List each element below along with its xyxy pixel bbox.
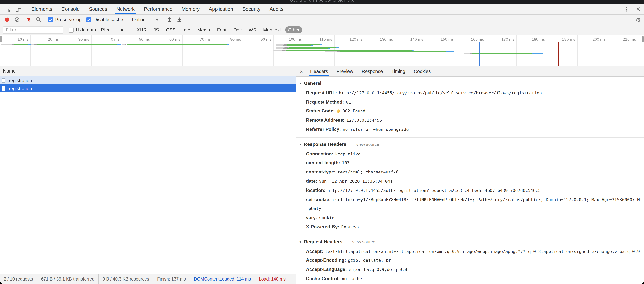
timeline-gridline xyxy=(516,35,517,66)
waterfall-bar-segment xyxy=(12,44,14,45)
disable-cache-label[interactable]: Disable cache xyxy=(94,17,123,22)
name-column-header[interactable]: Name xyxy=(0,66,296,76)
document-icon xyxy=(2,78,5,83)
timeline-tick-label: 170 ms xyxy=(502,37,514,42)
header-value: no-referrer-when-downgrade xyxy=(343,127,409,132)
close-devtools-icon[interactable] xyxy=(632,4,644,14)
domcontentloaded-line xyxy=(479,42,480,66)
timeline-gridline xyxy=(152,35,152,66)
devtools-tab-performance[interactable]: Performance xyxy=(143,4,173,14)
header-value: Express xyxy=(341,224,359,229)
details-tab-headers[interactable]: Headers xyxy=(310,66,329,76)
hide-data-urls-label[interactable]: Hide data URLs xyxy=(76,27,109,33)
section-title: Response Headers xyxy=(304,140,346,149)
devtools-tab-application[interactable]: Application xyxy=(208,4,234,14)
summary-item: 2 / 10 requests xyxy=(0,274,37,284)
header-line: Status Code:302 Found xyxy=(296,107,644,116)
filter-type-media[interactable]: Media xyxy=(194,27,213,33)
details-tab-cookies[interactable]: Cookies xyxy=(413,66,432,76)
filter-input[interactable] xyxy=(3,26,63,34)
hide-data-urls-checkbox[interactable] xyxy=(68,28,74,33)
page-background-banner: Use the form below to sign up. xyxy=(0,0,644,4)
request-row[interactable]: registration xyxy=(0,76,296,84)
timeline-tick-label: 100 ms xyxy=(289,37,302,42)
header-line: content-type:text/html; charset=utf-8 xyxy=(296,167,644,177)
search-icon[interactable] xyxy=(34,15,44,25)
waterfall-bar-segment xyxy=(284,44,287,45)
preserve-log-label[interactable]: Preserve log xyxy=(55,17,82,22)
devtools-tab-elements[interactable]: Elements xyxy=(31,4,53,14)
header-value: keep-alive xyxy=(335,151,360,156)
timeline-gridline xyxy=(608,35,608,66)
settings-gear-icon[interactable]: ⚙ xyxy=(636,17,641,23)
section-header[interactable]: ▼Request Headersview source xyxy=(296,238,644,247)
details-tabbar: × HeadersPreviewResponseTimingCookies xyxy=(296,66,644,77)
import-har-icon[interactable] xyxy=(164,15,174,25)
overview-scrollbar-thumb[interactable] xyxy=(642,36,644,42)
details-tab-timing[interactable]: Timing xyxy=(390,66,406,76)
filter-type-ws[interactable]: WS xyxy=(246,27,259,33)
filter-type-manifest[interactable]: Manifest xyxy=(260,27,284,33)
timeline-overview[interactable]: 10 ms20 ms30 ms40 ms50 ms60 ms70 ms80 ms… xyxy=(0,35,644,66)
filter-type-all[interactable]: All xyxy=(118,27,128,33)
chevron-down-icon xyxy=(156,19,159,21)
header-value: GET xyxy=(346,100,354,105)
preserve-log-checkbox[interactable] xyxy=(48,17,53,22)
waterfall-bar-segment xyxy=(1,44,12,45)
header-value: no-cache xyxy=(342,276,362,281)
devtools-tab-security[interactable]: Security xyxy=(242,4,261,14)
devtools-tab-console[interactable]: Console xyxy=(60,4,80,14)
disclosure-triangle-icon: ▼ xyxy=(299,79,302,88)
network-split-view: Name registrationregistration 2 / 10 req… xyxy=(0,66,644,284)
devtools-tab-network[interactable]: Network xyxy=(116,4,135,14)
header-line: Request URL:http://127.0.0.1:4455/.ory/k… xyxy=(296,88,644,98)
timeline-gridline xyxy=(456,35,456,66)
header-value: Sun, 12 Apr 2020 11:35:34 GMT xyxy=(319,179,393,184)
header-line: Accept-Encoding:gzip, deflate, br xyxy=(296,256,644,265)
view-source-link[interactable]: view source xyxy=(356,140,379,149)
kebab-menu-icon[interactable] xyxy=(621,4,632,14)
details-tab-preview[interactable]: Preview xyxy=(336,66,354,76)
section-header[interactable]: ▼General xyxy=(296,79,644,88)
network-toolbar: Preserve log Disable cache Online xyxy=(0,15,644,25)
filter-type-other[interactable]: Other xyxy=(285,27,302,33)
filter-type-xhr[interactable]: XHR xyxy=(134,27,149,33)
throttling-value: Online xyxy=(132,17,146,22)
header-line: vary:Cookie xyxy=(296,213,644,222)
filter-type-separator xyxy=(131,27,131,33)
summary-item: 0 B / 40.3 KB resources xyxy=(98,274,153,284)
summary-item: DOMContentLoaded: 114 ms xyxy=(190,274,254,284)
overview-left-handle[interactable] xyxy=(0,36,2,42)
header-value: 302 Found xyxy=(342,109,365,114)
load-line xyxy=(558,42,558,66)
filter-type-js[interactable]: JS xyxy=(151,27,162,33)
devtools-tab-audits[interactable]: Audits xyxy=(269,4,284,14)
throttling-select[interactable]: Online xyxy=(132,17,159,22)
details-close-icon[interactable]: × xyxy=(297,66,306,76)
view-source-link[interactable]: view source xyxy=(352,238,375,246)
document-icon xyxy=(2,86,5,91)
filter-type-font[interactable]: Font xyxy=(214,27,229,33)
filter-funnel-icon[interactable] xyxy=(24,15,34,25)
timeline-tick-label: 40 ms xyxy=(109,37,120,42)
waterfall-bar-segment xyxy=(282,48,287,49)
clear-icon[interactable] xyxy=(12,15,22,25)
header-line: Cache-Control:no-cache xyxy=(296,274,644,283)
devtools-tab-sources[interactable]: Sources xyxy=(88,4,108,14)
record-icon[interactable] xyxy=(2,15,12,25)
filter-type-css[interactable]: CSS xyxy=(163,27,178,33)
device-toolbar-icon[interactable] xyxy=(14,4,24,14)
export-har-icon[interactable] xyxy=(174,15,184,25)
details-tab-response[interactable]: Response xyxy=(361,66,384,76)
devtools-tab-memory[interactable]: Memory xyxy=(181,4,200,14)
filter-type-doc[interactable]: Doc xyxy=(230,27,244,33)
status-yellow-dot-icon xyxy=(337,109,340,113)
filter-type-img[interactable]: Img xyxy=(180,27,193,33)
header-value: csrf_token=y1//BqpRxuFY8Hw418/I27IJNRiBN… xyxy=(306,197,642,211)
header-line: location:http://127.0.0.1:4455/auth/regi… xyxy=(296,186,644,195)
disable-cache-checkbox[interactable] xyxy=(86,17,91,22)
request-row[interactable]: registration xyxy=(0,84,296,93)
tabbar-separator xyxy=(26,6,26,12)
inspect-element-icon[interactable] xyxy=(4,4,14,14)
section-header[interactable]: ▼Response Headersview source xyxy=(296,140,644,149)
